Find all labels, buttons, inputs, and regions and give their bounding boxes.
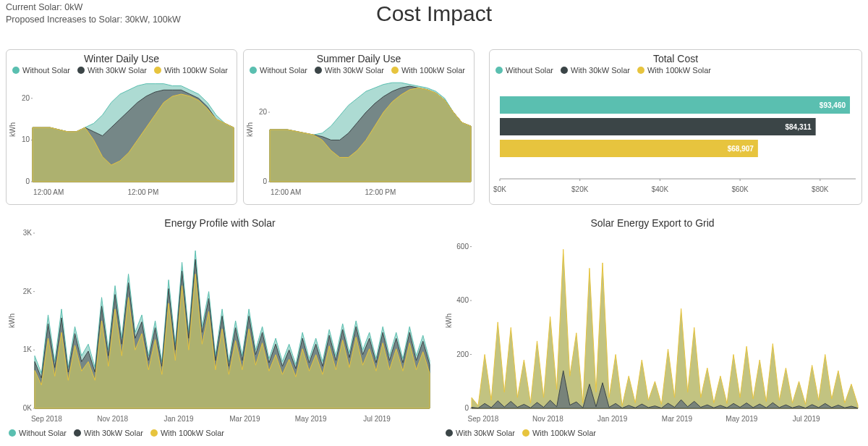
swatch-icon bbox=[391, 67, 399, 74]
card-summer-daily-use: Summer Daily Use Without Solar With 30kW… bbox=[243, 49, 475, 205]
swatch-icon bbox=[77, 67, 85, 74]
svg-text:3K: 3K bbox=[23, 229, 33, 237]
svg-text:12:00 AM: 12:00 AM bbox=[33, 188, 64, 196]
card-total-cost: Total Cost Without Solar With 30kW Solar… bbox=[489, 49, 862, 205]
svg-text:$40K: $40K bbox=[652, 185, 669, 193]
svg-text:600: 600 bbox=[456, 243, 469, 251]
legend-item: With 30kW Solar bbox=[315, 66, 384, 75]
svg-text:Jul 2019: Jul 2019 bbox=[363, 415, 391, 423]
legend-item: With 100kW Solar bbox=[150, 429, 224, 437]
svg-text:$0K: $0K bbox=[493, 185, 506, 193]
legend-item: With 30kW Solar bbox=[77, 66, 147, 75]
svg-text:20: 20 bbox=[22, 94, 30, 102]
svg-text:Jul 2019: Jul 2019 bbox=[793, 415, 820, 423]
legend-item: With 100kW Solar bbox=[637, 66, 711, 75]
svg-text:May 2019: May 2019 bbox=[726, 415, 757, 423]
card-winter-daily-use: Winter Daily Use Without Solar With 30kW… bbox=[6, 49, 237, 205]
svg-text:$84,311: $84,311 bbox=[785, 123, 812, 131]
svg-text:Sep 2018: Sep 2018 bbox=[468, 415, 499, 423]
svg-rect-33 bbox=[500, 140, 758, 157]
svg-text:kWh: kWh bbox=[9, 122, 17, 137]
swatch-icon bbox=[74, 429, 81, 437]
svg-text:Nov 2018: Nov 2018 bbox=[532, 415, 563, 423]
swatch-icon bbox=[9, 429, 16, 437]
svg-text:12:00 PM: 12:00 PM bbox=[127, 188, 158, 196]
svg-text:$80K: $80K bbox=[812, 185, 829, 193]
svg-text:Nov 2018: Nov 2018 bbox=[97, 415, 128, 423]
legend-item: With 100kW Solar bbox=[522, 429, 596, 437]
chart-title-totalcost: Total Cost bbox=[490, 53, 861, 64]
svg-rect-29 bbox=[500, 96, 850, 114]
chart-profile: 0K1K2K3KSep 2018Nov 2018Jan 2019Mar 2019… bbox=[6, 229, 434, 424]
swatch-icon bbox=[12, 67, 20, 74]
chart-export: 0200400600Sep 2018Nov 2018Jan 2019Mar 20… bbox=[443, 229, 862, 424]
chart-totalcost: $0K$20K$40K$60K$80K$93,460$84,311$68,907 bbox=[490, 75, 863, 198]
svg-text:12:00 PM: 12:00 PM bbox=[365, 188, 396, 196]
svg-text:kWh: kWh bbox=[8, 314, 16, 328]
svg-text:2K: 2K bbox=[23, 287, 33, 295]
legend-item: With 30kW Solar bbox=[446, 429, 515, 437]
svg-text:$68,907: $68,907 bbox=[728, 145, 754, 153]
svg-text:Sep 2018: Sep 2018 bbox=[31, 415, 62, 423]
swatch-icon bbox=[250, 67, 257, 74]
chart-title-summer: Summer Daily Use bbox=[244, 53, 474, 64]
chart-winter: 0102012:00 AM12:00 PMkWh bbox=[7, 75, 238, 198]
legend-item: Without Solar bbox=[250, 66, 307, 75]
legend-totalcost: Without Solar With 30kW Solar With 100kW… bbox=[490, 66, 861, 75]
legend-item: Without Solar bbox=[495, 66, 553, 75]
svg-text:200: 200 bbox=[456, 350, 469, 358]
swatch-icon bbox=[446, 429, 453, 437]
chart-title-winter: Winter Daily Use bbox=[7, 53, 237, 64]
svg-text:kWh: kWh bbox=[246, 122, 254, 137]
svg-text:Jan 2019: Jan 2019 bbox=[597, 415, 628, 423]
chart-title-profile: Energy Profile with Solar bbox=[6, 217, 434, 229]
svg-text:0: 0 bbox=[263, 177, 267, 185]
swatch-icon bbox=[315, 67, 322, 74]
svg-text:$60K: $60K bbox=[731, 185, 749, 193]
svg-text:$20K: $20K bbox=[571, 185, 589, 193]
page-title: Cost Impact bbox=[0, 1, 868, 26]
legend-item: With 30kW Solar bbox=[561, 66, 630, 75]
svg-text:12:00 AM: 12:00 AM bbox=[271, 188, 301, 196]
legend-item: With 100kW Solar bbox=[391, 66, 465, 75]
card-solar-export: Solar Energy Export to Grid 0200400600Se… bbox=[443, 214, 862, 445]
svg-text:Mar 2019: Mar 2019 bbox=[662, 415, 693, 423]
swatch-icon bbox=[150, 429, 158, 437]
chart-summer: 02012:00 AM12:00 PMkWh bbox=[244, 75, 475, 198]
swatch-icon bbox=[154, 67, 161, 74]
legend-export: With 30kW Solar With 100kW Solar bbox=[443, 429, 862, 437]
swatch-icon bbox=[637, 67, 644, 74]
svg-rect-31 bbox=[500, 118, 816, 135]
chart-title-export: Solar Energy Export to Grid bbox=[443, 217, 862, 229]
svg-text:Jan 2019: Jan 2019 bbox=[163, 415, 194, 423]
swatch-icon bbox=[522, 429, 529, 437]
svg-text:0: 0 bbox=[464, 404, 469, 412]
svg-text:20: 20 bbox=[259, 108, 268, 116]
legend-item: Without Solar bbox=[12, 66, 70, 75]
svg-text:400: 400 bbox=[456, 296, 469, 304]
svg-text:0: 0 bbox=[25, 177, 30, 185]
svg-text:0K: 0K bbox=[23, 404, 33, 412]
card-energy-profile: Energy Profile with Solar 0K1K2K3KSep 20… bbox=[6, 214, 434, 445]
svg-text:kWh: kWh bbox=[445, 314, 453, 328]
svg-text:Mar 2019: Mar 2019 bbox=[229, 415, 260, 423]
legend-item: Without Solar bbox=[9, 429, 67, 437]
svg-text:May 2019: May 2019 bbox=[295, 415, 327, 423]
legend-item: With 100kW Solar bbox=[154, 66, 228, 75]
legend-summer: Without Solar With 30kW Solar With 100kW… bbox=[244, 66, 474, 75]
swatch-icon bbox=[561, 67, 568, 74]
legend-winter: Without Solar With 30kW Solar With 100kW… bbox=[7, 66, 237, 75]
svg-text:$93,460: $93,460 bbox=[820, 101, 846, 109]
svg-text:10: 10 bbox=[22, 135, 30, 143]
legend-profile: Without Solar With 30kW Solar With 100kW… bbox=[6, 429, 434, 437]
swatch-icon bbox=[495, 67, 503, 74]
legend-item: With 30kW Solar bbox=[74, 429, 143, 437]
svg-text:1K: 1K bbox=[23, 345, 33, 353]
